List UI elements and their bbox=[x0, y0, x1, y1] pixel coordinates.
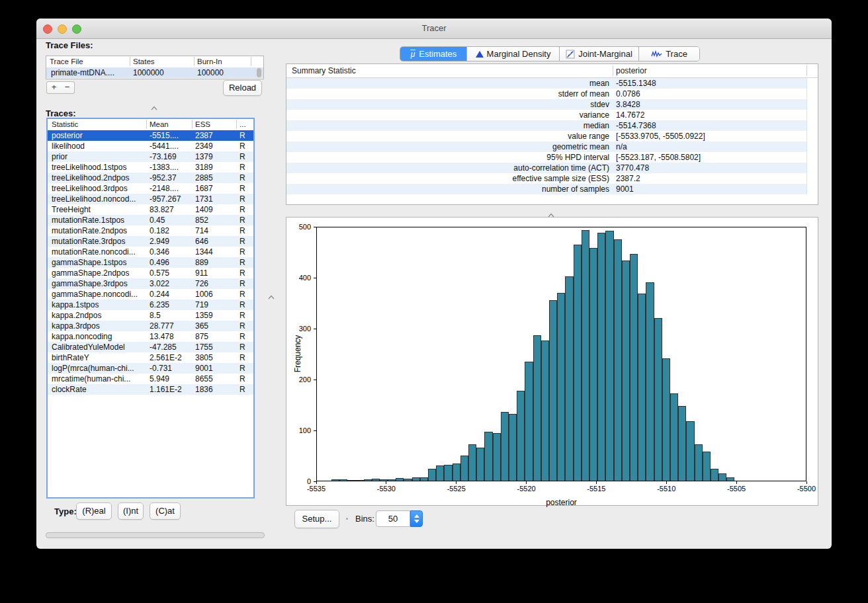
trace-row[interactable]: gammaShape.3rdpos3.022726R bbox=[48, 278, 253, 289]
y-tick-label: 500 bbox=[287, 223, 311, 231]
tab-estimates[interactable]: μEstimates bbox=[400, 47, 467, 61]
column-header-type[interactable]: ... bbox=[239, 120, 246, 128]
trace-row[interactable]: clockRate1.161E-21836R bbox=[48, 384, 253, 395]
y-tick-label: 0 bbox=[287, 477, 311, 485]
remove-trace-file-button[interactable]: − bbox=[60, 81, 75, 94]
stepper-down-icon[interactable] bbox=[414, 520, 419, 523]
column-header-states[interactable]: States bbox=[133, 58, 155, 65]
column-header-trace-file[interactable]: Trace File bbox=[50, 58, 83, 65]
trace-file-row[interactable]: primate-mtDNA....1000000100000 bbox=[46, 67, 263, 78]
trace-type: R bbox=[239, 353, 245, 362]
trace-row[interactable]: mutationRate.1stpos0.45852R bbox=[48, 215, 253, 225]
splitter-grip-vertical[interactable] bbox=[267, 290, 275, 295]
traces-header[interactable]: Statistic Mean ESS ... bbox=[48, 119, 253, 131]
trace-type: R bbox=[239, 247, 245, 257]
type-real-button[interactable]: (R)eal bbox=[76, 502, 112, 520]
trace-mean: -1383.... bbox=[150, 163, 193, 172]
summary-row[interactable]: auto-correlation time (ACT)3770.478 bbox=[286, 163, 806, 173]
trace-ess: 646 bbox=[195, 237, 235, 246]
trace-row[interactable]: gammaShape.1stpos0.496889R bbox=[48, 257, 253, 268]
summary-row[interactable]: value range[-5533.9705, -5505.0922] bbox=[286, 131, 806, 141]
window-titlebar[interactable]: Tracer bbox=[36, 19, 832, 39]
type-int-button[interactable]: (I)nt bbox=[118, 502, 144, 520]
trace-row[interactable]: treeLikelihood.2ndpos-952.372885R bbox=[48, 173, 253, 183]
trace-ess: 1409 bbox=[195, 205, 235, 214]
summary-row[interactable]: stdev3.8428 bbox=[286, 99, 806, 110]
controls-divider-dot bbox=[346, 518, 348, 520]
traces-body: posterior-5515....2387Rlikelihood-5441..… bbox=[48, 130, 253, 395]
bins-value-field[interactable]: 50 bbox=[376, 510, 410, 527]
trace-row[interactable]: posterior-5515....2387R bbox=[48, 130, 253, 141]
histogram-bar bbox=[347, 480, 355, 481]
trace-row[interactable]: mrcatime(human-chi...5.9498655R bbox=[48, 374, 253, 384]
summary-row-value: 3.8428 bbox=[616, 100, 640, 109]
trace-row[interactable]: kappa.2ndpos8.51359R bbox=[48, 310, 253, 321]
trace-row[interactable]: kappa.3rdpos28.777365R bbox=[48, 321, 253, 331]
trace-row[interactable]: gammaShape.2ndpos0.575911R bbox=[48, 268, 253, 278]
histogram-bar bbox=[396, 478, 404, 481]
trace-row[interactable]: mutationRate.3rdpos2.949646R bbox=[48, 236, 253, 247]
histogram-chart: posterior Frequency -5535-5530-5525-5520… bbox=[286, 217, 818, 506]
x-tick-label: -5510 bbox=[650, 485, 683, 493]
trace-statistic: mrcatime(human-chi... bbox=[52, 374, 148, 383]
trace-row[interactable]: CalibratedYuleModel-47.2851755R bbox=[48, 342, 253, 352]
trace-row[interactable]: treeLikelihood.noncod...-957.2671731R bbox=[48, 194, 253, 204]
column-header-burnin[interactable]: Burn-In bbox=[197, 58, 222, 65]
tab-marginal-density[interactable]: Marginal Density bbox=[467, 47, 560, 61]
summary-row[interactable]: 95% HPD interval[-5523.187, -5508.5802] bbox=[286, 152, 806, 163]
column-header-ess[interactable]: ESS bbox=[195, 120, 210, 128]
bins-stepper-buttons[interactable] bbox=[410, 510, 423, 527]
trace-row[interactable]: TreeHeight83.8271409R bbox=[48, 204, 253, 215]
trace-files-scrollbar[interactable] bbox=[257, 68, 261, 77]
stepper-up-icon[interactable] bbox=[414, 514, 419, 518]
horizontal-scrollbar[interactable] bbox=[46, 532, 265, 538]
summary-row[interactable]: mean-5515.1348 bbox=[286, 78, 806, 89]
summary-row[interactable]: number of samples9001 bbox=[286, 184, 806, 194]
trace-row[interactable]: kappa.1stpos6.235719R bbox=[48, 300, 253, 310]
histogram-bar bbox=[678, 406, 686, 481]
trace-row[interactable]: likelihood-5441....2349R bbox=[48, 141, 253, 151]
summary-row-label: value range bbox=[286, 132, 609, 141]
histogram-bar bbox=[436, 465, 444, 481]
trace-mean: 8.5 bbox=[150, 311, 193, 320]
column-header-statistic[interactable]: Statistic bbox=[52, 120, 78, 128]
trace-row[interactable]: treeLikelihood.3rdpos-2148....1687R bbox=[48, 183, 253, 194]
add-trace-file-button[interactable]: + bbox=[46, 81, 62, 94]
histogram-bar bbox=[404, 479, 412, 481]
trace-files-header[interactable]: Trace File States Burn-In bbox=[46, 56, 263, 68]
tab-trace[interactable]: Trace bbox=[639, 47, 699, 61]
trace-ess: 726 bbox=[195, 279, 235, 288]
trace-type: R bbox=[239, 279, 245, 288]
trace-row[interactable]: kappa.noncoding13.478875R bbox=[48, 331, 253, 342]
type-cat-button[interactable]: (C)at bbox=[150, 502, 181, 520]
trace-row[interactable]: mutationRate.2ndpos0.182714R bbox=[48, 225, 253, 236]
trace-row[interactable]: mutationRate.noncodi...0.3461344R bbox=[48, 247, 253, 257]
trace-ess: 911 bbox=[195, 268, 235, 278]
trace-row[interactable]: treeLikelihood.1stpos-1383....3189R bbox=[48, 162, 253, 173]
setup-button[interactable]: Setup... bbox=[294, 510, 339, 528]
window-title: Tracer bbox=[36, 19, 832, 38]
column-header-mean[interactable]: Mean bbox=[150, 120, 169, 128]
summary-row[interactable]: stderr of mean0.0786 bbox=[286, 89, 806, 99]
trace-row[interactable]: logP(mrca(human-chi...-0.7319001R bbox=[48, 363, 253, 374]
summary-row[interactable]: median-5514.7368 bbox=[286, 120, 806, 131]
trace-type: R bbox=[239, 311, 245, 320]
summary-row[interactable]: effective sample size (ESS)2387.2 bbox=[286, 173, 806, 184]
summary-row[interactable]: geometric meann/a bbox=[286, 141, 806, 152]
trace-row[interactable]: birthRateY2.561E-23805R bbox=[48, 352, 253, 363]
histogram-bar bbox=[718, 473, 726, 481]
plot-area[interactable] bbox=[316, 227, 806, 481]
splitter-grip-right[interactable] bbox=[547, 208, 555, 213]
summary-row[interactable]: variance14.7672 bbox=[286, 110, 806, 120]
summary-row-label: 95% HPD interval bbox=[286, 153, 609, 162]
trace-ess: 719 bbox=[195, 300, 235, 309]
histogram-bar bbox=[541, 341, 549, 481]
splitter-grip-top[interactable] bbox=[150, 101, 158, 106]
tab-joint-marginal[interactable]: Joint-Marginal bbox=[560, 47, 639, 61]
histogram-bar bbox=[355, 480, 363, 481]
reload-button[interactable]: Reload bbox=[223, 80, 262, 96]
type-label: Type: bbox=[54, 506, 77, 516]
trace-row[interactable]: prior-73.1691379R bbox=[48, 151, 253, 162]
trace-row[interactable]: gammaShape.noncodi...0.2441006R bbox=[48, 289, 253, 300]
histogram-bar bbox=[574, 245, 582, 481]
